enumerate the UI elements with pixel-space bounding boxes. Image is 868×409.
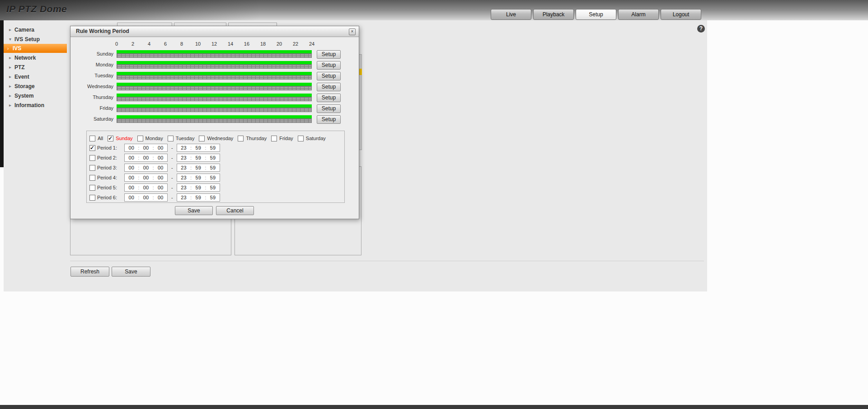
time-value[interactable]: 59	[207, 145, 218, 150]
time-value[interactable]: 00	[126, 145, 137, 150]
time-value[interactable]: 00	[141, 165, 151, 170]
day-label: Sunday	[70, 50, 113, 58]
period-2-start-time[interactable]: 00:00:00	[124, 154, 168, 162]
period-label: Period 6:	[97, 195, 124, 200]
time-value[interactable]: 00	[126, 195, 137, 200]
day-checkbox-tuesday[interactable]	[168, 136, 174, 141]
close-icon[interactable]: ×	[349, 28, 356, 35]
setup-button-friday[interactable]: Setup	[317, 104, 341, 113]
sidebar-item-ptz[interactable]: ▸PTZ	[4, 62, 67, 72]
sidebar-item-network[interactable]: ▸Network	[4, 53, 67, 62]
nav-setup-button[interactable]: Setup	[576, 9, 616, 20]
day-filter-monday: Monday	[137, 136, 163, 141]
period-2-end-time[interactable]: 23:59:59	[177, 154, 220, 162]
time-value[interactable]: 23	[178, 195, 189, 200]
period-4-start-time[interactable]: 00:00:00	[124, 174, 168, 182]
content-save-button[interactable]: Save	[112, 267, 150, 277]
period-4-checkbox[interactable]	[89, 175, 95, 181]
period-3-start-time[interactable]: 00:00:00	[124, 164, 168, 172]
sidebar-item-event[interactable]: ▸Event	[4, 72, 67, 81]
time-value[interactable]: 23	[178, 165, 189, 170]
period-5-start-time[interactable]: 00:00:00	[124, 183, 168, 192]
nav-logout-button[interactable]: Logout	[661, 9, 701, 20]
period-label: Period 1:	[97, 145, 124, 150]
time-value[interactable]: 59	[207, 175, 218, 180]
period-4-end-time[interactable]: 23:59:59	[177, 174, 220, 182]
setup-button-saturday[interactable]: Setup	[317, 115, 341, 124]
setup-button-tuesday[interactable]: Setup	[317, 72, 341, 80]
day-checkbox-all[interactable]	[89, 136, 95, 141]
dialog-cancel-button[interactable]: Cancel	[216, 206, 254, 215]
nav-alarm-button[interactable]: Alarm	[618, 9, 659, 20]
period-3-end-time[interactable]: 23:59:59	[177, 164, 220, 172]
time-value[interactable]: 59	[193, 155, 204, 160]
sidebar-item-storage[interactable]: ▸Storage	[4, 81, 67, 91]
period-3-checkbox[interactable]	[89, 165, 95, 171]
sidebar-item-camera[interactable]: ▸Camera	[4, 25, 67, 34]
setup-button-monday[interactable]: Setup	[317, 61, 341, 70]
time-value[interactable]: 00	[155, 195, 166, 200]
time-colon: :	[153, 175, 154, 180]
nav-live-button[interactable]: Live	[491, 9, 531, 20]
time-value[interactable]: 00	[126, 165, 137, 170]
time-value[interactable]: 23	[178, 185, 189, 190]
time-value[interactable]: 00	[141, 175, 151, 180]
period-5-checkbox[interactable]	[89, 185, 95, 191]
period-6-end-time[interactable]: 23:59:59	[177, 193, 220, 202]
time-value[interactable]: 00	[126, 155, 137, 160]
time-value[interactable]: 00	[126, 185, 137, 190]
time-value[interactable]: 59	[193, 195, 204, 200]
day-checkbox-thursday[interactable]	[238, 136, 244, 141]
time-value[interactable]: 23	[178, 175, 189, 180]
sidebar-item-ivs-setup[interactable]: ▾IVS Setup	[4, 34, 67, 44]
period-1-start-time[interactable]: 00:00:00	[124, 144, 168, 152]
time-value[interactable]: 23	[178, 145, 189, 150]
day-checkbox-wednesday[interactable]	[199, 136, 205, 141]
setup-button-sunday[interactable]: Setup	[317, 50, 341, 59]
time-value[interactable]: 59	[207, 165, 218, 170]
sidebar-item-information[interactable]: ▸Information	[4, 100, 67, 110]
period-1-end-time[interactable]: 23:59:59	[177, 144, 220, 152]
time-value[interactable]: 00	[155, 165, 166, 170]
time-value[interactable]: 59	[207, 185, 218, 190]
time-value[interactable]: 59	[207, 195, 218, 200]
time-value[interactable]: 00	[141, 145, 151, 150]
period-1-checkbox[interactable]	[89, 145, 95, 151]
time-value[interactable]: 23	[178, 155, 189, 160]
time-value[interactable]: 00	[155, 175, 166, 180]
time-value[interactable]: 00	[141, 155, 151, 160]
time-value[interactable]: 59	[193, 185, 204, 190]
period-6-checkbox[interactable]	[89, 195, 95, 201]
setup-button-thursday[interactable]: Setup	[317, 94, 341, 102]
time-colon: :	[190, 155, 192, 160]
time-value[interactable]: 59	[193, 175, 204, 180]
time-colon: :	[153, 146, 154, 150]
nav-playback-button[interactable]: Playback	[533, 9, 574, 20]
day-checkbox-monday[interactable]	[137, 136, 143, 141]
hour-tick: 18	[260, 41, 266, 47]
time-value[interactable]: 59	[193, 165, 204, 170]
day-checkbox-saturday[interactable]	[298, 136, 304, 141]
dialog-save-button[interactable]: Save	[175, 206, 213, 215]
schedule-row-wednesday: WednesdaySetup	[70, 83, 360, 94]
time-value[interactable]: 00	[155, 145, 166, 150]
time-value[interactable]: 00	[155, 185, 166, 190]
setup-button-wednesday[interactable]: Setup	[317, 83, 341, 91]
time-value[interactable]: 00	[126, 175, 137, 180]
time-value[interactable]: 59	[193, 145, 204, 150]
app-logo: IP PTZ Dome	[6, 4, 67, 14]
period-6-start-time[interactable]: 00:00:00	[124, 193, 168, 202]
time-value[interactable]: 00	[141, 185, 151, 190]
day-checkbox-sunday[interactable]	[108, 136, 113, 141]
time-value[interactable]: 00	[141, 195, 151, 200]
period-2-checkbox[interactable]	[89, 155, 95, 161]
help-icon[interactable]: ?	[697, 25, 705, 33]
period-5-end-time[interactable]: 23:59:59	[177, 183, 220, 192]
time-value[interactable]: 00	[155, 155, 166, 160]
day-checkbox-friday[interactable]	[271, 136, 277, 141]
sidebar-item-ivs[interactable]: ›IVS	[4, 44, 67, 53]
refresh-button[interactable]: Refresh	[70, 267, 109, 277]
time-value[interactable]: 59	[207, 155, 218, 160]
schedule-row-tuesday: TuesdaySetup	[70, 72, 360, 83]
sidebar-item-system[interactable]: ▸System	[4, 91, 67, 100]
